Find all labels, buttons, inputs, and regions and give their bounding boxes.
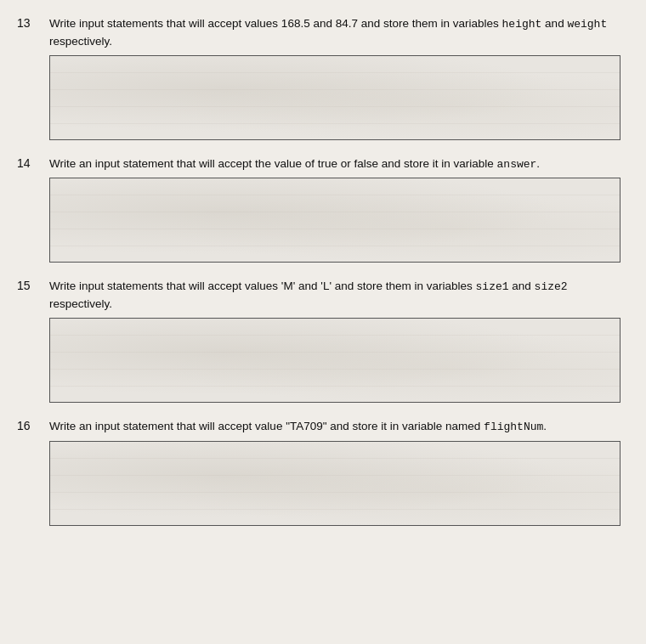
question-text-15: Write input statements that will accept … (49, 278, 620, 313)
question-text-14: Write an input statement that will accep… (49, 155, 620, 173)
question-number-15: 15 (17, 278, 49, 292)
question-number-16: 16 (17, 418, 49, 432)
inline-code: height (502, 18, 542, 31)
question-content-13: Write input statements that will accept … (49, 15, 620, 140)
question-block-13: 13Write input statements that will accep… (17, 15, 620, 140)
question-text-16: Write an input statement that will accep… (49, 418, 620, 436)
question-text-segment: . (536, 157, 540, 170)
answer-box-inner (50, 56, 620, 139)
question-text-segment: Write an input statement that will accep… (49, 420, 484, 432)
inline-code: flightNum (484, 421, 543, 433)
question-content-15: Write input statements that will accept … (49, 278, 620, 403)
answer-box-14[interactable] (49, 178, 620, 263)
answer-box-16[interactable] (49, 441, 620, 526)
question-text-segment: Write an input statement that will accep… (49, 157, 497, 170)
answer-box-15[interactable] (49, 318, 620, 403)
question-text-segment: Write input statements that will accept … (49, 280, 476, 292)
question-content-14: Write an input statement that will accep… (49, 155, 620, 263)
question-text-segment: respectively. (49, 297, 112, 310)
question-text-13: Write input statements that will accept … (49, 15, 620, 50)
inline-code: weight (567, 18, 607, 31)
question-block-15: 15Write input statements that will accep… (17, 278, 620, 403)
answer-box-13[interactable] (49, 55, 620, 140)
question-block-14: 14Write an input statement that will acc… (17, 155, 620, 263)
answer-box-inner (50, 319, 620, 402)
question-number-13: 13 (17, 15, 49, 30)
question-number-14: 14 (17, 155, 49, 170)
question-text-segment: and (541, 17, 567, 30)
question-text-segment: respectively. (49, 35, 112, 48)
question-content-16: Write an input statement that will accep… (49, 418, 620, 526)
question-text-segment: . (543, 420, 547, 432)
question-text-segment: Write input statements that will accept … (49, 17, 502, 30)
inline-code: size2 (535, 280, 568, 293)
answer-box-inner (50, 178, 620, 262)
question-text-segment: and (509, 280, 535, 292)
answer-box-inner (50, 442, 620, 525)
question-block-16: 16Write an input statement that will acc… (17, 418, 620, 526)
page: 13Write input statements that will accep… (0, 0, 646, 644)
inline-code: answer (497, 158, 537, 171)
inline-code: size1 (476, 280, 509, 293)
